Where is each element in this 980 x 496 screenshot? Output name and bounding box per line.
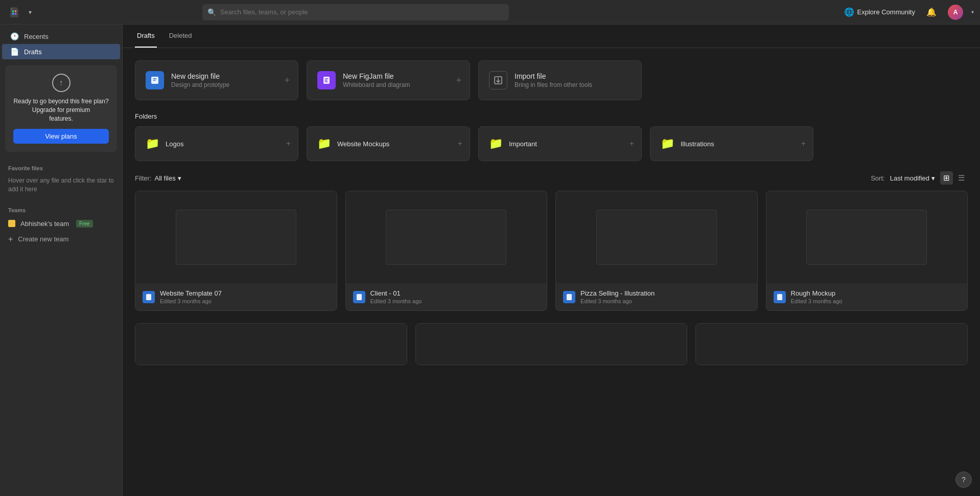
file-card-1[interactable]: Client - 01 Edited 3 months ago xyxy=(345,191,548,311)
figma-logo[interactable] xyxy=(6,4,22,20)
avatar-chevron[interactable]: ▾ xyxy=(971,9,974,15)
list-view-button[interactable]: ☰ xyxy=(955,171,968,185)
team-color-square xyxy=(8,220,15,227)
sidebar-item-drafts[interactable]: 📄 Drafts xyxy=(2,44,120,59)
filter-label: Filter: xyxy=(135,174,152,182)
folder-website-mockups-plus: + xyxy=(458,139,462,148)
new-design-file-text: New design file Design and prototype xyxy=(171,72,229,88)
sidebar: 🕐 Recents 📄 Drafts ↑ Ready to go beyond … xyxy=(0,25,123,496)
svg-point-1 xyxy=(15,10,17,12)
svg-rect-11 xyxy=(777,294,782,300)
tabs-bar: Drafts Deleted xyxy=(123,25,980,48)
bell-icon: 🔔 xyxy=(926,7,937,17)
files-grid: Website Template 07 Edited 3 months ago xyxy=(123,191,980,323)
top-nav: ▾ 🔍 🌐 Explore Community 🔔 A ▾ xyxy=(0,0,980,25)
file-meta-0: Website Template 07 Edited 3 months ago xyxy=(160,289,222,304)
svg-rect-10 xyxy=(567,294,572,300)
file-info-1: Client - 01 Edited 3 months ago xyxy=(346,283,547,310)
folder-important-plus: + xyxy=(629,139,634,148)
explore-community-link[interactable]: 🌐 Explore Community xyxy=(844,7,915,17)
folder-illustrations[interactable]: 📁 Illustrations + xyxy=(650,126,813,161)
recents-icon: 🕐 xyxy=(10,32,19,40)
tab-drafts[interactable]: Drafts xyxy=(135,25,157,48)
import-file-card[interactable]: Import file Bring in files from other to… xyxy=(478,60,642,100)
file-info-3: Rough Mockup Edited 3 months ago xyxy=(766,283,968,310)
filter-section: Filter: All files ▾ xyxy=(135,174,181,182)
search-bar[interactable]: 🔍 xyxy=(202,4,509,20)
file-thumbnail-partial-1 xyxy=(416,324,687,365)
sort-dropdown[interactable]: Last modified ▾ xyxy=(890,174,935,182)
file-meta-1: Client - 01 Edited 3 months ago xyxy=(370,289,422,304)
folder-website-mockups[interactable]: 📁 Website Mockups + xyxy=(307,126,470,161)
design-file-icon xyxy=(146,71,164,89)
main-layout: 🕐 Recents 📄 Drafts ↑ Ready to go beyond … xyxy=(0,25,980,496)
avatar[interactable]: A xyxy=(948,5,963,20)
folder-illustrations-icon: 📁 xyxy=(661,137,674,150)
quick-actions: New design file Design and prototype + N… xyxy=(123,48,980,100)
nav-chevron[interactable]: ▾ xyxy=(29,9,32,16)
create-new-team-item[interactable]: + Create new team xyxy=(0,231,122,247)
sidebar-item-recents[interactable]: 🕐 Recents xyxy=(2,29,120,44)
notifications-button[interactable]: 🔔 xyxy=(923,4,940,20)
folder-important[interactable]: 📁 Important + xyxy=(478,126,642,161)
file-icon-0 xyxy=(143,291,155,303)
file-thumbnail-partial-2 xyxy=(696,324,967,365)
content-area: Drafts Deleted New design file Design an… xyxy=(123,25,980,496)
file-thumbnail-1 xyxy=(346,191,547,283)
file-info-2: Pizza Selling - Illustration Edited 3 mo… xyxy=(556,283,757,310)
filter-chevron-icon: ▾ xyxy=(178,174,181,182)
team-item-abhishek[interactable]: Abhishek's team Free xyxy=(0,216,122,231)
free-badge: Free xyxy=(76,220,93,228)
upgrade-card: ↑ Ready to go beyond this free plan? Upg… xyxy=(5,65,117,152)
file-thumbnail-0 xyxy=(135,191,337,283)
view-toggle: ⊞ ☰ xyxy=(940,171,968,185)
new-figjam-file-text: New FigJam file Whiteboard and diagram xyxy=(343,72,410,88)
folders-grid: 📁 Logos + 📁 Website Mockups + 📁 Importan… xyxy=(123,126,980,161)
globe-icon: 🌐 xyxy=(844,7,854,17)
file-card-3[interactable]: Rough Mockup Edited 3 months ago xyxy=(766,191,968,311)
view-plans-button[interactable]: View plans xyxy=(13,129,109,144)
folder-logos[interactable]: 📁 Logos + xyxy=(135,126,298,161)
svg-point-3 xyxy=(12,13,14,15)
svg-point-4 xyxy=(12,10,14,12)
folders-section-title: Folders xyxy=(123,100,980,126)
sort-section: Sort: Last modified ▾ ⊞ ☰ xyxy=(871,171,968,185)
file-icon-3 xyxy=(774,291,786,303)
figjam-file-icon xyxy=(317,71,336,89)
plus-icon: + xyxy=(8,235,13,244)
sort-chevron-icon: ▾ xyxy=(931,174,935,182)
upgrade-icon: ↑ xyxy=(52,74,71,92)
filter-sort-bar: Filter: All files ▾ Sort: Last modified … xyxy=(123,161,980,191)
folder-logos-plus: + xyxy=(286,139,291,148)
help-button[interactable]: ? xyxy=(955,471,972,488)
file-card-partial-2[interactable] xyxy=(695,323,968,365)
tab-deleted[interactable]: Deleted xyxy=(167,25,194,48)
file-thumbnail-3 xyxy=(766,191,968,283)
file-card-0[interactable]: Website Template 07 Edited 3 months ago xyxy=(135,191,337,311)
file-card-partial-1[interactable] xyxy=(415,323,688,365)
folder-illustrations-plus: + xyxy=(801,139,806,148)
import-file-icon xyxy=(489,71,507,89)
drafts-icon: 📄 xyxy=(10,48,19,56)
folder-important-icon: 📁 xyxy=(489,137,503,150)
nav-right: 🌐 Explore Community 🔔 A ▾ xyxy=(844,4,974,20)
file-thumbnail-partial-0 xyxy=(135,324,407,365)
svg-rect-8 xyxy=(146,294,151,300)
file-card-partial-0[interactable] xyxy=(135,323,407,365)
folder-website-mockups-icon: 📁 xyxy=(317,137,331,150)
new-figjam-file-card[interactable]: New FigJam file Whiteboard and diagram + xyxy=(307,60,470,100)
grid-view-button[interactable]: ⊞ xyxy=(940,171,953,185)
search-icon: 🔍 xyxy=(207,8,216,16)
new-design-file-plus: + xyxy=(284,75,290,86)
file-card-2[interactable]: Pizza Selling - Illustration Edited 3 mo… xyxy=(555,191,758,311)
file-thumbnail-2 xyxy=(556,191,757,283)
search-input[interactable] xyxy=(220,8,504,16)
upgrade-text: Ready to go beyond this free plan? Upgra… xyxy=(13,97,109,123)
file-icon-2 xyxy=(563,291,575,303)
folder-logos-icon: 📁 xyxy=(146,137,159,150)
favorite-files-title: Favorite files xyxy=(0,158,122,174)
sort-label: Sort: xyxy=(871,174,884,182)
new-design-file-card[interactable]: New design file Design and prototype + xyxy=(135,60,298,100)
filter-dropdown[interactable]: All files ▾ xyxy=(155,174,181,182)
file-icon-1 xyxy=(353,291,365,303)
